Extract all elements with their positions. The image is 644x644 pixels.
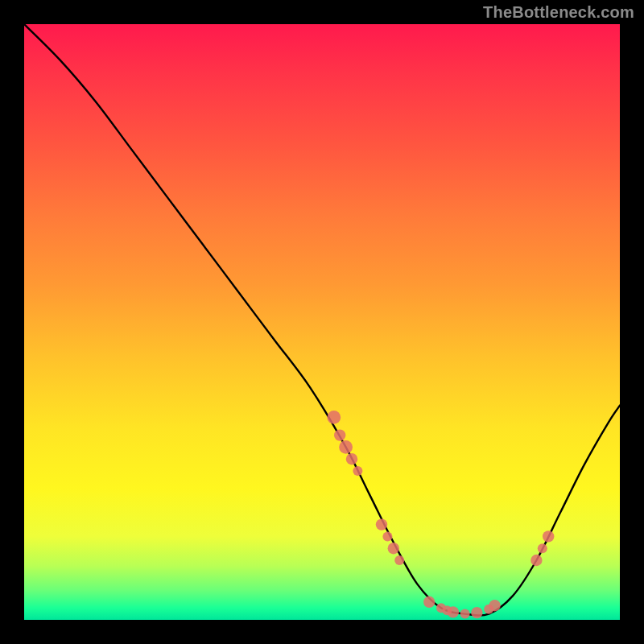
- bottleneck-curve-svg: [24, 24, 620, 620]
- curve-marker: [543, 530, 554, 542]
- curve-marker: [471, 607, 482, 618]
- curve-marker: [538, 543, 547, 553]
- curve-marker: [388, 543, 399, 554]
- curve-marker: [382, 531, 392, 541]
- curve-marker: [460, 609, 470, 619]
- chart-frame: TheBottleneck.com: [0, 0, 644, 644]
- curve-marker: [489, 600, 500, 611]
- curve-marker: [327, 411, 341, 424]
- bottleneck-curve: [24, 24, 620, 616]
- watermark-text: TheBottleneck.com: [483, 3, 634, 22]
- curve-marker: [353, 466, 362, 476]
- curve-marker: [376, 518, 387, 530]
- curve-marker: [339, 440, 353, 454]
- curve-marker: [394, 555, 404, 565]
- curve-marker: [334, 429, 345, 440]
- curve-marker: [448, 606, 459, 617]
- plot-area: [24, 24, 620, 620]
- curve-marker: [530, 555, 542, 566]
- curve-marker: [346, 453, 357, 464]
- curve-marker: [423, 597, 435, 608]
